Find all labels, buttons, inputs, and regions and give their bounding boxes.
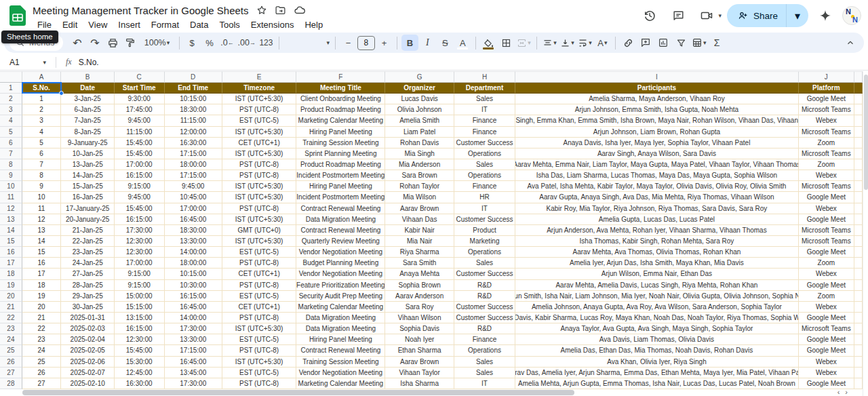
cell-C16[interactable]: 12:30:00: [115, 247, 165, 258]
column-header-I[interactable]: I: [515, 71, 798, 83]
move-folder-icon[interactable]: [275, 4, 287, 16]
cell-H13[interactable]: Customer Success: [454, 214, 515, 225]
cell-A5[interactable]: 4: [22, 127, 62, 138]
cell-H15[interactable]: Marketing: [454, 236, 515, 247]
cell-E27[interactable]: EST (UTC-5): [222, 368, 296, 378]
cell-E25[interactable]: PST (UTC-8): [222, 345, 296, 356]
cell-B7[interactable]: 10-Jan-25: [61, 148, 115, 159]
cell-B4[interactable]: 7-Jan-25: [61, 115, 115, 126]
cell-F9[interactable]: Incident Postmortem Meeting: [296, 170, 385, 181]
cell-D6[interactable]: 16:30:00: [165, 138, 222, 148]
cell-I22[interactable]: Isha Davis, Kabir Sharma, Lucas Roy, May…: [515, 313, 798, 323]
cell-A12[interactable]: 11: [22, 203, 62, 214]
cell-sliver[interactable]: [854, 368, 863, 378]
cell-D22[interactable]: 14:00:00: [165, 313, 222, 323]
cell-J13[interactable]: Google Meet: [799, 214, 854, 225]
cell-sliver[interactable]: [854, 94, 863, 104]
strikethrough-button[interactable]: S: [437, 35, 454, 51]
row-header-6[interactable]: 6: [0, 138, 22, 148]
row-header-3[interactable]: 3: [0, 104, 22, 115]
page-title[interactable]: Meeting Management Tracker in Google She…: [33, 5, 249, 16]
cell-sliver[interactable]: [854, 127, 863, 138]
cell-F24[interactable]: Hiring Panel Meeting: [296, 334, 385, 345]
cell-F27[interactable]: Vendor Negotiation Meeting: [296, 368, 385, 378]
cell-I25[interactable]: Amelia Das, Ethan Das, Mia Thomas, Noah …: [515, 345, 798, 356]
cell-D13[interactable]: 16:45:00: [165, 214, 222, 225]
row-header-20[interactable]: 20: [0, 291, 22, 302]
row-header-12[interactable]: 12: [0, 203, 22, 214]
meet-videocam-icon[interactable]: [695, 4, 718, 27]
cell-H12[interactable]: IT: [454, 203, 515, 214]
cell-E15[interactable]: IST (UTC+5:30): [222, 236, 296, 247]
cell-J25[interactable]: Google Meet: [799, 345, 854, 356]
cloud-saved-icon[interactable]: [294, 4, 306, 16]
cell-C9[interactable]: 16:15:00: [115, 170, 165, 181]
cell-B19[interactable]: 28-Jan-25: [61, 280, 115, 291]
cell-F26[interactable]: Training Session Meeting: [296, 357, 385, 368]
cell-F14[interactable]: Contract Renewal Meeting: [296, 225, 385, 236]
cell-C19[interactable]: 9:15:00: [115, 280, 165, 291]
cell-C15[interactable]: 12:30:00: [115, 236, 165, 247]
cell-B9[interactable]: 14-Jan-25: [61, 170, 115, 181]
cell-D21[interactable]: 16:45:00: [165, 302, 222, 313]
cell-E4[interactable]: EST (UTC-5): [222, 115, 296, 126]
fill-color-button[interactable]: [480, 35, 497, 51]
cell-A3[interactable]: 2: [22, 104, 62, 115]
italic-button[interactable]: I: [419, 35, 436, 51]
cell-sliver[interactable]: [854, 302, 863, 313]
cell-sliver[interactable]: [854, 236, 863, 247]
merge-cells-button[interactable]: ▾: [515, 35, 532, 51]
cell-F13[interactable]: Data Migration Meeting: [296, 214, 385, 225]
cell-E13[interactable]: IST (UTC+5:30): [222, 214, 296, 225]
undo-button[interactable]: ↶: [69, 35, 86, 51]
cell-I4[interactable]: Arjun Singh, Emma Khan, Emma Smith, Isha…: [515, 115, 798, 126]
cell-A8[interactable]: 7: [22, 159, 62, 170]
cell-H26[interactable]: Sales: [454, 357, 515, 368]
cell-D7[interactable]: 17:15:00: [165, 148, 222, 159]
cell-A16[interactable]: 15: [22, 247, 62, 258]
column-header-J[interactable]: J: [799, 71, 854, 83]
cell-F28[interactable]: Marketing Calendar Meeting: [296, 378, 385, 389]
cell-B11[interactable]: 16-Jan-25: [61, 192, 115, 203]
cell-H3[interactable]: IT: [454, 104, 515, 115]
cell-H18[interactable]: Customer Success: [454, 269, 515, 279]
cell-E5[interactable]: IST (UTC+5:30): [222, 127, 296, 138]
cell-I19[interactable]: Aarav Mehta, Amelia Davis, Lucas Singh, …: [515, 280, 798, 291]
decrease-decimal-button[interactable]: .0←: [219, 35, 236, 51]
cell-sliver[interactable]: [854, 280, 863, 291]
cell-H25[interactable]: Operations: [454, 345, 515, 356]
cell-B26[interactable]: 2025-02-06: [61, 357, 115, 368]
cell-H14[interactable]: Product: [454, 225, 515, 236]
text-color-button[interactable]: A: [454, 35, 471, 51]
cell-I9[interactable]: Isha Das, Liam Sharma, Lucas Thomas, May…: [515, 170, 798, 181]
cell-I8[interactable]: Aarav Mehta, Emma Nair, Liam Taylor, May…: [515, 159, 798, 170]
cell-E2[interactable]: IST (UTC+5:30): [222, 94, 296, 104]
cell-J2[interactable]: Google Meet: [799, 94, 854, 104]
font-select[interactable]: ▾: [283, 35, 331, 51]
vertical-scrollbar-thumb[interactable]: [864, 75, 868, 190]
cell-A2[interactable]: 1: [22, 94, 62, 104]
cell-I6[interactable]: Anaya Davis, Isha Iyer, Maya Iyer, Sophi…: [515, 138, 798, 148]
cell-C3[interactable]: 17:45:00: [115, 104, 165, 115]
cell-G2[interactable]: Lucas Davis: [385, 94, 454, 104]
header-cell-meeting-title[interactable]: Meeting Title: [296, 83, 385, 94]
cell-E23[interactable]: IST (UTC+5:30): [222, 323, 296, 334]
cell-A27[interactable]: 26: [22, 368, 62, 378]
cell-J3[interactable]: Microsoft Teams: [799, 104, 854, 115]
cell-I10[interactable]: Ava Patel, Isha Mehta, Kabir Taylor, May…: [515, 181, 798, 192]
cell-D24[interactable]: 13:30:00: [165, 334, 222, 345]
cell-D20[interactable]: 16:15:00: [165, 291, 222, 302]
row-header-13[interactable]: 13: [0, 214, 22, 225]
cell-F10[interactable]: Hiring Panel Meeting: [296, 181, 385, 192]
cell-I24[interactable]: Ava Davis, Liam Thomas, Olivia Davis: [515, 334, 798, 345]
cell-C20[interactable]: 15:00:00: [115, 291, 165, 302]
menu-format[interactable]: Format: [146, 19, 184, 31]
horizontal-align-button[interactable]: ▾: [541, 35, 558, 51]
cell-J10[interactable]: Microsoft Teams: [799, 181, 854, 192]
cell-A17[interactable]: 16: [22, 258, 62, 269]
menu-extensions[interactable]: Extensions: [246, 19, 299, 31]
cell-C6[interactable]: 15:45:00: [115, 138, 165, 148]
row-header-11[interactable]: 11: [0, 192, 22, 203]
format-percent-button[interactable]: %: [201, 35, 218, 51]
cell-J6[interactable]: Zoom: [799, 138, 854, 148]
